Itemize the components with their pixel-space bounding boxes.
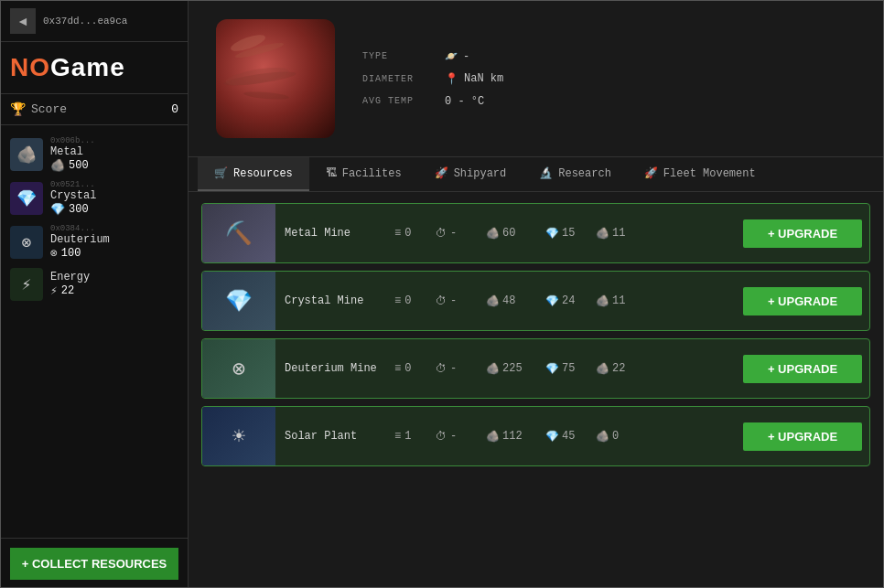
level-icon: ≡ <box>394 362 401 375</box>
resource-addr: 0x006b... <box>50 136 95 145</box>
collect-resources-button[interactable]: + COLLECT RESOURCES <box>10 548 178 580</box>
resource-item-energy: ⚡ Energy ⚡ 22 <box>1 264 188 305</box>
tab-icon-fleet: 🚀 <box>644 166 658 180</box>
building-time: ⏱ - <box>436 294 486 308</box>
building-thumb: ☀️ <box>202 406 275 466</box>
tab-label-fleet: Fleet Movement <box>663 167 756 180</box>
diameter-label: DIAMETER <box>362 74 426 84</box>
building-level: ≡ 0 <box>394 294 436 307</box>
resource-value: 500 <box>69 159 89 172</box>
resource-value: 22 <box>61 284 74 297</box>
resource-value: 100 <box>61 247 81 260</box>
building-level: ≡ 1 <box>394 430 436 443</box>
level-icon: ≡ <box>394 430 401 443</box>
tab-resources[interactable]: 🛒Resources <box>198 157 309 191</box>
upgrade-button-metal-mine[interactable]: + UPGRADE <box>743 219 862 248</box>
cost-metal-icon: 🪨 <box>486 430 500 444</box>
cost-energy-icon: 🪨 <box>596 294 609 308</box>
tab-research[interactable]: 🔬Research <box>523 157 628 191</box>
tab-fleet[interactable]: 🚀Fleet Movement <box>628 157 772 191</box>
upgrade-button-crystal-mine[interactable]: + UPGRADE <box>743 287 862 315</box>
building-name: Solar Plant <box>275 430 394 443</box>
diameter-icon: 📍 <box>445 72 458 86</box>
time-icon: ⏱ <box>436 227 447 241</box>
building-cost-crystal: 💎 45 <box>545 430 596 444</box>
building-cost-metal: 🪨 48 <box>486 294 545 308</box>
temp-value: 0 - °C <box>445 95 484 108</box>
building-level: ≡ 0 <box>394 227 436 240</box>
tab-icon-shipyard: 🚀 <box>435 166 448 180</box>
type-label: TYPE <box>362 51 426 61</box>
building-row-solar-plant: ☀️ Solar Plant ≡ 1 ⏱ - 🪨 112 💎 45 🪨 0 + … <box>201 406 870 466</box>
tab-icon-research: 🔬 <box>539 166 553 180</box>
resource-item-crystal: 💎 0x0521... Crystal 💎 300 <box>1 176 188 220</box>
resource-name: Crystal <box>50 189 96 202</box>
building-row-deuterium-mine: ⊗ Deuterium Mine ≡ 0 ⏱ - 🪨 225 💎 75 🪨 22… <box>201 338 870 399</box>
buildings-list: ⛏️ Metal Mine ≡ 0 ⏱ - 🪨 60 💎 15 🪨 11 + U… <box>189 192 883 588</box>
cost-crystal-icon: 💎 <box>545 362 559 376</box>
score-label: Score <box>31 102 166 116</box>
diameter-value: 📍 NaN km <box>445 72 503 86</box>
resources-list: 🪨 0x006b... Metal 🪨 500 💎 0x0521... Crys… <box>1 125 188 539</box>
tab-label-facilites: Facilites <box>342 167 402 180</box>
resource-name: Metal <box>50 145 95 158</box>
building-time: ⏱ - <box>436 430 486 444</box>
cost-crystal-icon: 💎 <box>545 227 559 241</box>
cost-energy-icon: 🪨 <box>596 430 609 444</box>
planet-image <box>216 19 335 138</box>
building-cost-metal: 🪨 60 <box>486 227 545 241</box>
tab-facilites[interactable]: 🏗Facilites <box>309 157 418 191</box>
level-icon: ≡ <box>394 227 401 240</box>
building-time: ⏱ - <box>436 362 486 376</box>
building-level: ≡ 0 <box>394 362 436 375</box>
resource-addr: 0x0384... <box>50 224 110 233</box>
planet-type-icon: 🪐 <box>445 50 458 62</box>
building-row-crystal-mine: 💎 Crystal Mine ≡ 0 ⏱ - 🪨 48 💎 24 🪨 11 + … <box>201 271 870 331</box>
logo: NOGame <box>10 53 178 82</box>
cost-energy-icon: 🪨 <box>596 227 609 241</box>
resource-name: Energy <box>50 271 90 283</box>
cost-crystal-icon: 💎 <box>545 430 559 444</box>
planet-info: TYPE 🪐 - DIAMETER 📍 NaN km AVG TEMP <box>362 50 503 108</box>
building-name: Metal Mine <box>275 227 394 240</box>
tab-label-resources: Resources <box>233 167 293 180</box>
upgrade-button-solar-plant[interactable]: + UPGRADE <box>743 422 862 451</box>
wallet-address: 0x37dd...ea9ca <box>43 16 127 27</box>
resource-icon-deuterium: ⊗ <box>10 226 43 259</box>
upgrade-button-deuterium-mine[interactable]: + UPGRADE <box>743 355 862 383</box>
building-row-metal-mine: ⛏️ Metal Mine ≡ 0 ⏱ - 🪨 60 💎 15 🪨 11 + U… <box>201 203 870 263</box>
tab-icon-facilites: 🏗 <box>326 166 337 180</box>
building-thumb: ⊗ <box>202 338 275 399</box>
level-icon: ≡ <box>394 294 401 307</box>
resource-icon-crystal: 💎 <box>10 182 43 215</box>
building-cost-crystal: 💎 24 <box>545 294 596 308</box>
resource-value: 300 <box>69 203 89 216</box>
trophy-icon: 🏆 <box>10 102 26 117</box>
tab-label-shipyard: Shipyard <box>454 167 507 180</box>
tabs: 🛒Resources🏗Facilites🚀Shipyard🔬Research🚀F… <box>189 157 883 192</box>
building-cost-crystal: 💎 75 <box>545 362 596 376</box>
building-thumb: 💎 <box>202 271 275 331</box>
building-time: ⏱ - <box>436 227 486 241</box>
building-name: Crystal Mine <box>275 294 394 307</box>
score-value: 0 <box>171 102 178 116</box>
building-cost-energy: 🪨 22 <box>596 362 637 376</box>
temp-label: AVG TEMP <box>362 96 426 106</box>
tab-label-research: Research <box>558 167 611 180</box>
building-thumb: ⛏️ <box>202 203 275 263</box>
resource-icon-energy: ⚡ <box>10 268 43 301</box>
tab-shipyard[interactable]: 🚀Shipyard <box>418 157 523 191</box>
resource-name: Deuterium <box>50 233 110 246</box>
building-cost-metal: 🪨 225 <box>486 362 545 376</box>
cost-metal-icon: 🪨 <box>486 227 500 241</box>
building-cost-energy: 🪨 11 <box>596 294 637 308</box>
cost-energy-icon: 🪨 <box>596 362 609 376</box>
resource-icon-metal: 🪨 <box>10 138 43 171</box>
resource-item-deuterium: ⊗ 0x0384... Deuterium ⊗ 100 <box>1 220 188 264</box>
time-icon: ⏱ <box>436 294 447 308</box>
back-button[interactable]: ◄ <box>10 8 36 34</box>
building-name: Deuterium Mine <box>275 362 394 375</box>
time-icon: ⏱ <box>436 430 447 444</box>
cost-metal-icon: 🪨 <box>486 362 500 376</box>
cost-crystal-icon: 💎 <box>545 294 559 308</box>
